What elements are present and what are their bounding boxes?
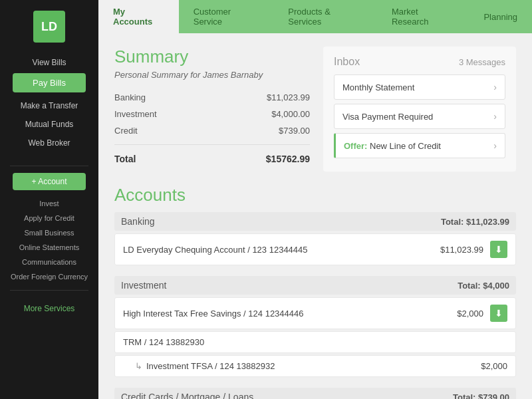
summary-amount-credit: $739.00 <box>211 122 310 139</box>
account-chequing-right: $11,023.99 ⬇ <box>440 241 507 258</box>
offer-label-text: New Line of Credit <box>370 141 441 151</box>
sidebar-item-web-broker[interactable]: Web Broker <box>0 135 98 151</box>
download-button-hitsavings[interactable]: ⬇ <box>490 305 507 322</box>
inbox-messages-count: 3 Messages <box>459 57 505 67</box>
investment-group-header: Investment Total: $4,000 <box>114 276 516 295</box>
sidebar-item-mutual-funds[interactable]: Mutual Funds <box>0 116 98 132</box>
investment-group-total: Total: $4,000 <box>458 281 509 291</box>
top-nav: My Accounts Customer Service Products & … <box>98 0 532 33</box>
chevron-right-icon-2: › <box>493 111 497 122</box>
sidebar-item-apply-credit[interactable]: Apply for Credit <box>0 211 98 225</box>
download-button-chequing[interactable]: ⬇ <box>490 241 507 258</box>
summary-amount-banking: $11,023.99 <box>211 89 310 106</box>
nav-my-accounts[interactable]: My Accounts <box>98 0 179 33</box>
sub-arrow-icon: ↳ <box>135 361 142 371</box>
summary-divider <box>114 144 310 145</box>
inbox-item-label-1: Monthly Statement <box>342 82 414 92</box>
account-group-banking: Banking Total: $11,023.99 LD Everyday Ch… <box>114 212 516 265</box>
nav-customer-service[interactable]: Customer Service <box>179 0 274 33</box>
summary-label-investment: Investment <box>114 106 211 122</box>
sidebar-item-transfer[interactable]: Make a Transfer <box>0 98 98 114</box>
account-hitsavings-right: $2,000 ⬇ <box>457 305 507 322</box>
summary-table: Banking $11,023.99 Investment $4,000.00 … <box>114 89 310 139</box>
sidebar-item-view-bills[interactable]: View Bills <box>0 55 98 70</box>
summary-amount-investment: $4,000.00 <box>211 106 310 122</box>
summary-user-name: James Barnaby <box>203 70 263 80</box>
summary-title: Summary <box>114 47 310 67</box>
account-tfsa-amount: $2,000 <box>481 361 507 371</box>
account-tfsa-name: ↳Investment TFSA / 124 13882932 <box>135 361 275 371</box>
sidebar-item-communications[interactable]: Communications <box>0 255 98 269</box>
sidebar-nav-bottom: Invest Apply for Credit Small Business O… <box>0 197 98 283</box>
inbox-item-visa-payment[interactable]: Visa Payment Required › <box>334 104 505 129</box>
account-hitsavings-amount: $2,000 <box>457 309 483 319</box>
summary-total-row: Total $15762.99 <box>114 150 310 168</box>
investment-group-name: Investment <box>121 280 166 291</box>
sidebar-divider-1 <box>10 166 88 166</box>
avatar: LD <box>33 11 65 43</box>
account-chequing-name: LD Everyday Chequing Account / 123 12344… <box>123 245 308 255</box>
inbox-title: Inbox <box>334 56 360 68</box>
accounts-title: Accounts <box>114 185 516 205</box>
account-row-chequing[interactable]: LD Everyday Chequing Account / 123 12344… <box>114 233 516 265</box>
credit-group-name: Credit Cards / Mortgage / Loans <box>121 392 253 399</box>
sidebar: LD View Bills Pay Bills Make a Transfer … <box>0 0 98 399</box>
banking-group-total: Total: $11,023.99 <box>441 217 509 227</box>
account-tfsa-label: Investment TFSA / 124 13882932 <box>146 361 275 371</box>
sidebar-divider-2 <box>10 290 88 291</box>
credit-group-header: Credit Cards / Mortgage / Loans Total: $… <box>114 388 516 399</box>
add-account-button[interactable]: + Account <box>13 173 86 190</box>
sidebar-item-small-business[interactable]: Small Business <box>0 226 98 239</box>
sidebar-item-invest[interactable]: Invest <box>0 197 98 210</box>
nav-planning[interactable]: Planning <box>469 0 532 33</box>
sidebar-nav-top: View Bills Pay Bills Make a Transfer Mut… <box>0 55 98 151</box>
summary-row-credit: Credit $739.00 <box>114 122 310 139</box>
summary-total-label: Total <box>114 150 179 168</box>
nav-market-research[interactable]: Market Research <box>377 0 469 33</box>
summary-row-banking: Banking $11,023.99 <box>114 89 310 106</box>
summary-label-credit: Credit <box>114 122 211 139</box>
pay-bills-button[interactable]: Pay Bills <box>13 73 86 92</box>
account-group-investment: Investment Total: $4,000 High Interest T… <box>114 276 516 377</box>
credit-group-total: Total: $739.00 <box>453 392 509 400</box>
accounts-section: Accounts Banking Total: $11,023.99 LD Ev… <box>114 185 516 399</box>
account-hitsavings-name: High Interest Tax Free Savings / 124 123… <box>123 309 304 319</box>
summary-row-investment: Investment $4,000.00 <box>114 106 310 122</box>
chevron-right-icon-1: › <box>493 82 497 92</box>
banking-group-name: Banking <box>121 216 155 227</box>
offer-prefix: Offer: <box>344 141 370 151</box>
inbox-header: Inbox 3 Messages <box>334 56 505 68</box>
summary-subtitle: Personal Summary for James Barnaby <box>114 70 310 80</box>
sidebar-item-foreign-currency[interactable]: Order Foreign Currency <box>0 270 98 283</box>
banking-group-header: Banking Total: $11,023.99 <box>114 212 516 231</box>
account-group-credit: Credit Cards / Mortgage / Loans Total: $… <box>114 388 516 399</box>
more-services-link[interactable]: More Services <box>24 304 75 313</box>
nav-products-services[interactable]: Products & Services <box>273 0 377 33</box>
account-row-trm[interactable]: TRM / 124 13882930 <box>114 331 516 353</box>
inbox-section: Inbox 3 Messages Monthly Statement › Vis… <box>323 47 516 172</box>
summary-section: Summary Personal Summary for James Barna… <box>114 47 310 172</box>
summary-total-amount: $15762.99 <box>179 150 310 168</box>
account-row-tfsa[interactable]: ↳Investment TFSA / 124 13882932 $2,000 <box>114 355 516 377</box>
summary-total-table: Total $15762.99 <box>114 150 310 168</box>
inbox-item-label-3: Offer: New Line of Credit <box>344 141 441 151</box>
sidebar-item-online-statements[interactable]: Online Statements <box>0 241 98 254</box>
account-chequing-amount: $11,023.99 <box>440 245 483 255</box>
inbox-item-offer[interactable]: Offer: New Line of Credit › <box>334 133 505 158</box>
inbox-item-label-2: Visa Payment Required <box>342 112 433 122</box>
account-trm-name: TRM / 124 13882930 <box>123 337 204 347</box>
content-area: Summary Personal Summary for James Barna… <box>98 33 532 399</box>
chevron-right-icon-3: › <box>493 140 497 151</box>
main-content: My Accounts Customer Service Products & … <box>98 0 532 399</box>
inbox-item-monthly-statement[interactable]: Monthly Statement › <box>334 74 505 100</box>
summary-subtitle-prefix: Personal Summary for <box>114 70 200 80</box>
account-row-hitsavings[interactable]: High Interest Tax Free Savings / 124 123… <box>114 297 516 329</box>
summary-label-banking: Banking <box>114 89 211 106</box>
